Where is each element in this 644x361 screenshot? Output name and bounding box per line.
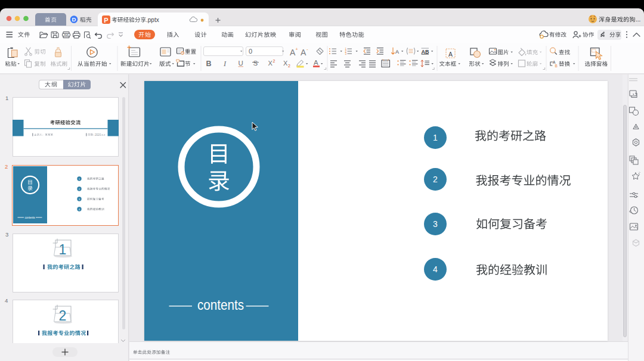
svg-text:1: 1	[5, 95, 8, 101]
svg-text:3: 3	[345, 52, 347, 55]
svg-text:2: 2	[59, 308, 67, 323]
svg-text:contents: contents	[197, 297, 244, 313]
svg-text:+: +	[296, 47, 298, 51]
svg-text:B: B	[555, 64, 558, 68]
svg-text:3: 3	[5, 231, 8, 238]
svg-text:A: A	[395, 49, 399, 55]
svg-text:.pptx: .pptx	[146, 17, 159, 23]
svg-text:contents: contents	[25, 216, 35, 219]
svg-text:X: X	[268, 60, 273, 67]
svg-text:P: P	[104, 17, 108, 24]
svg-text:S: S	[253, 60, 258, 67]
svg-text:A: A	[448, 51, 453, 58]
svg-text:2: 2	[273, 59, 275, 63]
svg-text:4: 4	[5, 297, 8, 304]
svg-text:2020.x.x: 2020.x.x	[95, 133, 106, 136]
svg-text:AB: AB	[422, 49, 429, 55]
svg-text:X: X	[283, 60, 288, 67]
svg-text:-: -	[306, 46, 308, 52]
svg-text:PDF: PDF	[64, 34, 69, 36]
svg-text:2: 2	[5, 163, 8, 170]
svg-text:U: U	[239, 60, 243, 67]
svg-text:A: A	[314, 59, 318, 66]
svg-text:D: D	[72, 16, 76, 23]
svg-text:2: 2	[288, 64, 290, 68]
svg-text:A: A	[290, 48, 296, 57]
svg-text:...: ...	[636, 16, 640, 23]
svg-text:A: A	[301, 48, 306, 57]
svg-text:I: I	[223, 60, 227, 68]
svg-text:1: 1	[59, 242, 67, 257]
svg-text:B: B	[206, 60, 212, 68]
